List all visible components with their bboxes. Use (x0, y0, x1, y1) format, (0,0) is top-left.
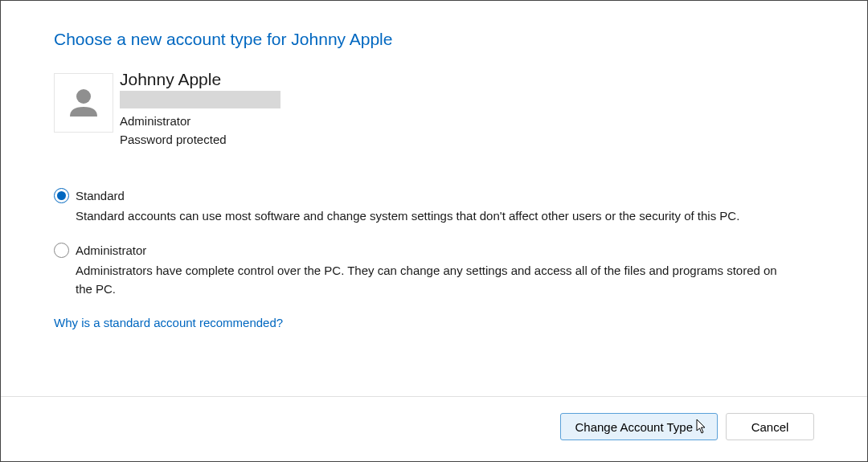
page-title: Choose a new account type for Johnny App… (54, 30, 814, 49)
avatar (54, 73, 113, 133)
person-icon (65, 84, 102, 121)
option-administrator[interactable]: Administrator Administrators have comple… (54, 243, 814, 299)
option-administrator-description: Administrators have complete control ove… (76, 261, 791, 299)
svg-point-0 (76, 89, 91, 104)
dialog-footer: Change Account Type Cancel (1, 396, 867, 440)
option-standard-label: Standard (76, 189, 125, 202)
radio-standard[interactable] (54, 188, 69, 203)
change-button-label: Change Account Type (575, 420, 694, 434)
user-summary: Johnny Apple Administrator Password prot… (54, 70, 814, 149)
user-security: Password protected (120, 130, 280, 149)
option-standard[interactable]: Standard Standard accounts can use most … (54, 188, 814, 225)
user-email-redacted (120, 91, 280, 108)
user-role: Administrator (120, 112, 280, 130)
option-administrator-label: Administrator (76, 243, 146, 257)
help-link[interactable]: Why is a standard account recommended? (54, 316, 283, 329)
cursor-icon (696, 419, 709, 435)
change-account-type-button[interactable]: Change Account Type (560, 413, 719, 440)
radio-administrator[interactable] (54, 243, 69, 258)
option-standard-description: Standard accounts can use most software … (76, 206, 791, 225)
cancel-button[interactable]: Cancel (726, 413, 814, 440)
user-name: Johnny Apple (120, 70, 280, 89)
